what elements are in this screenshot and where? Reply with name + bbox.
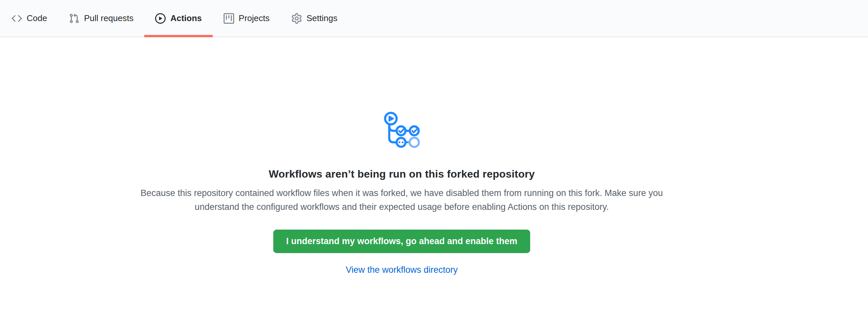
tab-settings[interactable]: Settings <box>281 0 348 37</box>
repo-tab-nav: Code Pull requests Actions Projects Sett… <box>0 0 868 37</box>
actions-blankslate-page: Workflows aren’t being run on this forke… <box>0 37 868 275</box>
tab-settings-label: Settings <box>307 13 338 23</box>
tab-pull-requests[interactable]: Pull requests <box>58 0 144 37</box>
tab-code-label: Code <box>27 13 47 23</box>
git-pull-request-icon <box>69 13 80 24</box>
tab-projects[interactable]: Projects <box>213 0 281 37</box>
workflows-link-row: View the workflows directory <box>0 265 803 275</box>
play-circle-icon <box>155 13 166 24</box>
workflow-illustration-icon <box>379 107 425 153</box>
code-icon <box>11 13 22 24</box>
view-workflows-directory-link[interactable]: View the workflows directory <box>346 265 458 275</box>
project-board-icon <box>224 13 234 24</box>
tab-actions-label: Actions <box>170 13 202 23</box>
blankslate-description: Because this repository contained workfl… <box>132 186 672 214</box>
enable-workflows-button[interactable]: I understand my workflows, go ahead and … <box>273 229 530 253</box>
enable-button-row: I understand my workflows, go ahead and … <box>0 214 803 253</box>
blankslate-heading: Workflows aren’t being run on this forke… <box>0 167 803 181</box>
tab-actions[interactable]: Actions <box>144 0 212 37</box>
tab-code[interactable]: Code <box>1 0 58 37</box>
tab-pull-requests-label: Pull requests <box>84 13 133 23</box>
blankslate: Workflows aren’t being run on this forke… <box>0 37 803 275</box>
gear-icon <box>291 13 302 24</box>
tab-projects-label: Projects <box>239 13 270 23</box>
